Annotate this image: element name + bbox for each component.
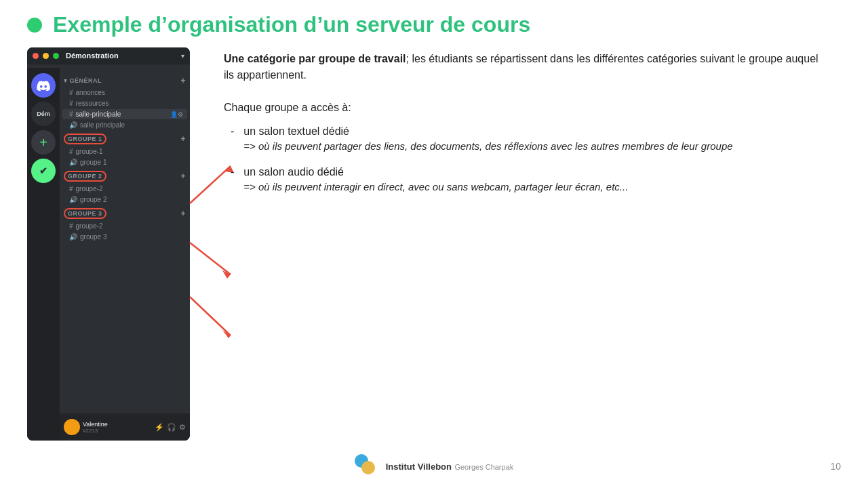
sidebar-strip: Dém + ✔ bbox=[27, 68, 60, 441]
category-general[interactable]: ▾ GÉNÉRAL + bbox=[60, 73, 190, 87]
slide-header: Exemple d’organisation d’un serveur de c… bbox=[0, 0, 868, 44]
intro-text: Une catégorie par groupe de travail; les… bbox=[224, 51, 827, 195]
logo-icon bbox=[355, 454, 379, 479]
channel-label: annonces bbox=[76, 89, 105, 96]
add-server-button[interactable]: + bbox=[31, 130, 56, 155]
channel-label: ressources bbox=[76, 100, 109, 107]
category-groupe1[interactable]: GROUPE 1 + bbox=[60, 131, 190, 146]
dem-server-icon[interactable]: Dém bbox=[31, 102, 56, 126]
user-bottom-bar: Valentine #2213 ⚡ 🎧 ⚙ bbox=[60, 413, 190, 441]
headphones-icon[interactable]: 🎧 bbox=[167, 423, 176, 432]
channel-salle-principale-text[interactable]: # salle-principale 👤⚙ bbox=[62, 109, 187, 119]
bullet-item-audio-salon: - un salon audio dédié => où ils peuvent… bbox=[231, 166, 827, 195]
channel-label: groupe-1 bbox=[76, 148, 103, 155]
chevron-down-icon: ▾ bbox=[181, 52, 184, 60]
channel-groupe3-voice[interactable]: 🔊 groupe 3 bbox=[62, 232, 187, 242]
bullet-item-text-salon: - un salon textuel dédié => où ils peuve… bbox=[231, 125, 827, 154]
channel-groupe2-text[interactable]: # groupe-2 bbox=[62, 184, 187, 194]
bullet-detail-1: => où ils peuvent partager des liens, de… bbox=[243, 139, 827, 154]
window-maximize-btn[interactable] bbox=[53, 53, 59, 59]
channel-groupe1-voice[interactable]: 🔊 groupe 1 bbox=[62, 157, 187, 167]
main-content: Démonstration ▾ Dém + ✔ ▾ GÉNÉRAL + bbox=[0, 44, 868, 478]
channel-label: groupe 2 bbox=[80, 196, 106, 203]
group-access-text: Chaque groupe a accès à: bbox=[224, 100, 827, 116]
bullet-list: - un salon textuel dédié => où ils peuve… bbox=[224, 125, 827, 195]
server-name: Démonstration bbox=[66, 52, 177, 60]
slide-title: Exemple d’organisation d’un serveur de c… bbox=[53, 12, 530, 37]
discord-logo-icon[interactable] bbox=[31, 73, 56, 98]
channel-label: groupe-2 bbox=[76, 222, 103, 230]
active-server-icon[interactable]: ✔ bbox=[31, 159, 56, 183]
user-controls: ⚡ 🎧 ⚙ bbox=[155, 423, 186, 432]
settings-icon[interactable]: ⚙ bbox=[179, 423, 186, 432]
slide-content: Une catégorie par groupe de travail; les… bbox=[210, 44, 841, 478]
page-number: 10 bbox=[830, 461, 841, 472]
title-bar: Démonstration ▾ bbox=[27, 47, 190, 64]
channel-label: groupe 3 bbox=[80, 233, 106, 241]
channel-annonces[interactable]: # annonces bbox=[62, 87, 187, 98]
channel-salle-principale-voice[interactable]: 🔊 salle principale bbox=[62, 120, 187, 130]
lightning-icon[interactable]: ⚡ bbox=[155, 423, 164, 432]
logo-text: Institut Villebon Georges Charpak bbox=[386, 460, 514, 472]
discord-mockup: Démonstration ▾ Dém + ✔ ▾ GÉNÉRAL + bbox=[27, 47, 190, 441]
channel-groupe1-text[interactable]: # groupe-1 bbox=[62, 146, 187, 157]
channel-groupe3-text[interactable]: # groupe-2 bbox=[62, 221, 187, 231]
intro-bold: Une catégorie par groupe de travail bbox=[224, 53, 406, 64]
channel-label: groupe-2 bbox=[76, 185, 103, 192]
bullet-label-2: un salon audio dédié bbox=[243, 166, 344, 178]
slide-footer: Institut Villebon Georges Charpak 10 bbox=[27, 454, 841, 479]
channel-ressources[interactable]: # ressources bbox=[62, 98, 187, 108]
window-minimize-btn[interactable] bbox=[43, 53, 49, 59]
window-close-btn[interactable] bbox=[33, 53, 39, 59]
institute-logo: Institut Villebon Georges Charpak bbox=[355, 454, 514, 479]
channel-label: salle-principale bbox=[76, 110, 121, 118]
channel-list: ▾ GÉNÉRAL + # annonces # ressources # sa… bbox=[60, 68, 190, 413]
channel-label: groupe 1 bbox=[80, 159, 106, 166]
bullet-detail-2: => où ils peuvent interagir en direct, a… bbox=[243, 180, 827, 195]
discord-section: Démonstration ▾ Dém + ✔ ▾ GÉNÉRAL + bbox=[27, 44, 190, 478]
channel-label: salle principale bbox=[80, 121, 125, 129]
channel-groupe2-voice[interactable]: 🔊 groupe 2 bbox=[62, 195, 187, 205]
header-dot bbox=[27, 18, 42, 33]
category-groupe3[interactable]: GROUPE 3 + bbox=[60, 205, 190, 220]
user-avatar bbox=[64, 419, 80, 435]
username-area: Valentine #2213 bbox=[83, 421, 152, 434]
category-groupe2[interactable]: GROUPE 2 + bbox=[60, 168, 190, 183]
bullet-label-1: un salon textuel dédié bbox=[243, 125, 349, 137]
